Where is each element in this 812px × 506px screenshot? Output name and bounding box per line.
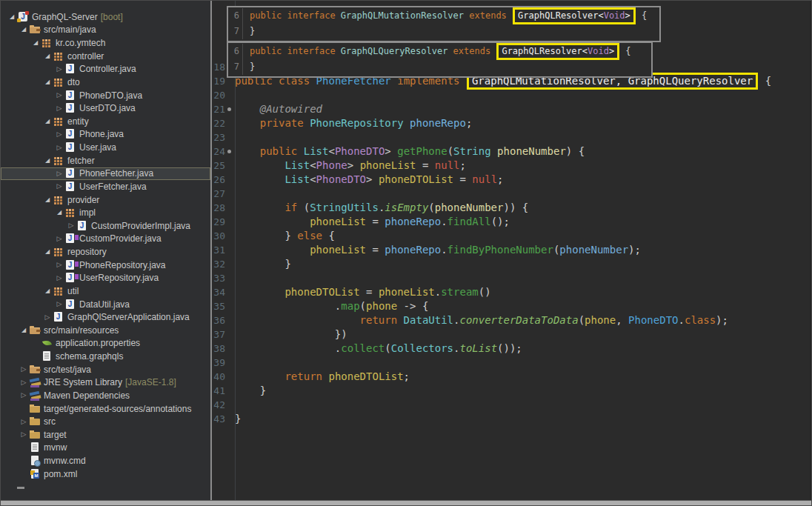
code-line[interactable]: 21 @Autowired [212, 102, 810, 116]
expand-arrow-icon[interactable]: ◢ [19, 27, 29, 33]
line-number: 34 [212, 285, 225, 299]
tree-row[interactable]: ▷PhoneFetcher.java [1, 167, 210, 181]
code-line[interactable]: 35 .map(phone -> { [212, 299, 810, 313]
collapse-arrow-icon[interactable]: ▷ [19, 379, 29, 386]
code-line[interactable]: 29 phoneList = phoneRepo.findAll(); [212, 215, 810, 229]
tree-row[interactable]: ▷UserRepository.java [1, 272, 210, 285]
tree-row[interactable]: ▷Maven Dependencies [1, 389, 210, 402]
code-editor[interactable]: 1819public class PhoneFetcher implements… [212, 1, 810, 500]
code-line[interactable]: 24 public List<PhoneDTO> getPhone(String… [212, 144, 810, 159]
code-line[interactable]: 28 if (StringUtils.isEmpty(phoneNumber))… [212, 201, 810, 215]
tree-row[interactable]: target/generated-sources/annotations [1, 402, 210, 416]
tree-row[interactable]: ▷src [1, 415, 210, 428]
code-line[interactable]: 38 .collect(Collectors.toList()); [212, 342, 810, 356]
code-line[interactable]: 32 } [212, 257, 810, 271]
tree-row[interactable]: ▷UserDTO.java [1, 101, 210, 115]
tree-row[interactable]: ◢impl [1, 206, 210, 219]
collapse-arrow-icon[interactable]: ▷ [54, 92, 64, 99]
tree-row[interactable]: ▷src/test/java [1, 363, 210, 376]
line-number: 39 [212, 356, 225, 370]
code-line[interactable]: 40 return phoneDTOList; [212, 370, 810, 384]
code-line[interactable]: 34 phoneDTOList = phoneList.stream() [212, 285, 810, 299]
tree-scrollbar-thumb[interactable] [17, 487, 24, 489]
expand-arrow-icon[interactable]: ◢ [42, 119, 53, 124]
collapse-arrow-icon[interactable]: ▷ [54, 262, 64, 268]
collapse-arrow-icon[interactable]: ▷ [42, 314, 53, 321]
collapse-arrow-icon[interactable]: ▷ [19, 419, 29, 425]
collapse-arrow-icon[interactable]: ▷ [54, 144, 64, 151]
expand-arrow-icon[interactable]: ◢ [42, 249, 53, 255]
tree-row[interactable]: schema.graphqls [1, 350, 210, 363]
collapse-arrow-icon[interactable]: ▷ [66, 222, 76, 229]
code-line[interactable]: 22 private PhoneRepository phoneRepo; [212, 116, 810, 130]
expand-arrow-icon[interactable]: ◢ [19, 327, 29, 333]
expand-arrow-icon[interactable]: ◢ [42, 53, 53, 59]
tree-row[interactable]: ◢entity [1, 115, 210, 128]
line-number: 41 [212, 384, 225, 398]
tree-row[interactable]: ◢fetcher [1, 154, 210, 167]
tree-row[interactable]: pom.xml [1, 467, 210, 481]
collapse-arrow-icon[interactable]: ▷ [54, 66, 64, 73]
code-line[interactable]: 42 [212, 398, 810, 412]
tree-row[interactable]: application.properties [1, 337, 210, 350]
tree-row[interactable]: ▷PhoneDTO.java [1, 89, 210, 102]
code-line[interactable]: 37 }) [212, 327, 810, 342]
tree-row[interactable]: mvnw.cmd [1, 454, 210, 467]
expand-arrow-icon[interactable]: ◢ [42, 197, 53, 203]
tree-row[interactable]: ▷target [1, 428, 210, 442]
collapse-arrow-icon[interactable]: ▷ [54, 236, 64, 242]
tree-row[interactable]: ◢provider [1, 193, 210, 207]
code-line[interactable]: 26 List<PhoneDTO> phoneDTOList = null; [212, 173, 810, 187]
code-line[interactable]: 39 [212, 356, 810, 370]
code-line[interactable]: 30 } else { [212, 229, 810, 243]
tree-row[interactable]: ◢util [1, 284, 210, 298]
code-line[interactable]: 43} [212, 412, 810, 426]
tree-row[interactable]: ▷DataUtil.java [1, 298, 210, 311]
collapse-arrow-icon[interactable]: ▷ [19, 431, 29, 438]
tree-row[interactable]: mvnw [1, 442, 210, 455]
code-token: ( [447, 145, 453, 157]
collapse-arrow-icon[interactable]: ▷ [54, 131, 64, 138]
code-line[interactable]: 36 return DataUtil.converterDataToData(p… [212, 313, 810, 327]
collapse-arrow-icon[interactable]: ▷ [19, 392, 29, 399]
expand-arrow-icon[interactable]: ◢ [42, 158, 53, 164]
tree-row[interactable]: ◢GraphQL-Server [boot] [1, 10, 210, 24]
tree-row[interactable]: ▷JRE System Library [JavaSE-1.8] [1, 376, 210, 390]
code-line[interactable]: 20 [212, 88, 810, 102]
horizontal-scrollbar-track[interactable] [1, 500, 812, 506]
collapse-arrow-icon[interactable]: ▷ [54, 170, 64, 177]
tree-row[interactable]: ▷Controller.java [1, 63, 210, 76]
tree-row[interactable]: ▷Phone.java [1, 128, 210, 142]
collapse-arrow-icon[interactable]: ▷ [54, 275, 64, 282]
tree-item-label: User.java [79, 142, 116, 153]
expand-arrow-icon[interactable]: ◢ [30, 40, 41, 46]
code-line[interactable]: 27 [212, 187, 810, 201]
tree-row[interactable]: ◢controller [1, 50, 210, 63]
expand-arrow-icon[interactable]: ◢ [7, 14, 17, 20]
tree-row[interactable]: ▷GraphQlServerApplication.java [1, 310, 210, 324]
collapse-arrow-icon[interactable]: ▷ [54, 183, 64, 190]
collapse-arrow-icon[interactable]: ▷ [54, 301, 64, 307]
tree-row[interactable]: ◢src/main/resources [1, 324, 210, 337]
code-line[interactable]: 23 [212, 130, 810, 144]
expand-arrow-icon[interactable]: ◢ [54, 210, 64, 216]
collapse-arrow-icon[interactable]: ▷ [19, 366, 29, 373]
expand-arrow-icon[interactable]: ◢ [42, 288, 53, 294]
code-line[interactable]: 25 List<Phone> phoneList = null; [212, 159, 810, 173]
tree-row[interactable]: ▷CustomProvider.java [1, 233, 210, 246]
tree-row[interactable]: ◢src/main/java [1, 24, 210, 37]
tree-row[interactable]: ▷UserFetcher.java [1, 180, 210, 193]
collapse-arrow-icon[interactable]: ▷ [54, 105, 64, 112]
code-line[interactable]: 41 } [212, 384, 810, 398]
tree-row[interactable]: ◢repository [1, 245, 210, 259]
tree-row[interactable]: ◢kr.co.ymtech [1, 36, 210, 50]
code-line[interactable]: 33 [212, 271, 810, 285]
code-token [235, 145, 260, 157]
tree-row[interactable]: ◢dto [1, 76, 210, 89]
tree-row[interactable]: ▷CustomProviderImpl.java [1, 219, 210, 233]
expand-arrow-icon[interactable]: ◢ [42, 79, 53, 85]
code-line[interactable]: 31 phoneList = phoneRepo.findByPhoneNumb… [212, 243, 810, 257]
tree-row[interactable]: ▷PhoneRepository.java [1, 259, 210, 272]
tree-row[interactable]: ▷User.java [1, 141, 210, 154]
code-token: public [260, 145, 298, 157]
